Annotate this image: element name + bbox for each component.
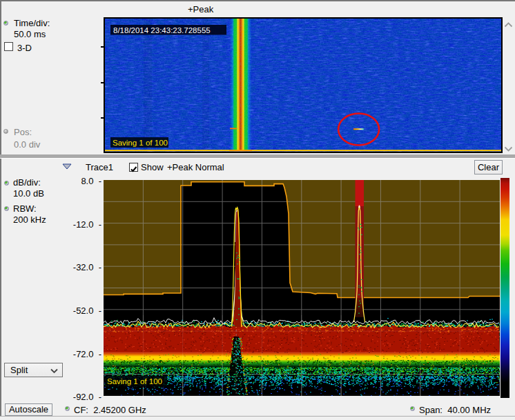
svg-text:Saving 1 of 100: Saving 1 of 100 <box>113 139 168 147</box>
svg-text:8/18/2014 23:43:23.728555: 8/18/2014 23:43:23.728555 <box>113 26 211 34</box>
svg-text:Saving 1 of 100: Saving 1 of 100 <box>107 377 162 386</box>
